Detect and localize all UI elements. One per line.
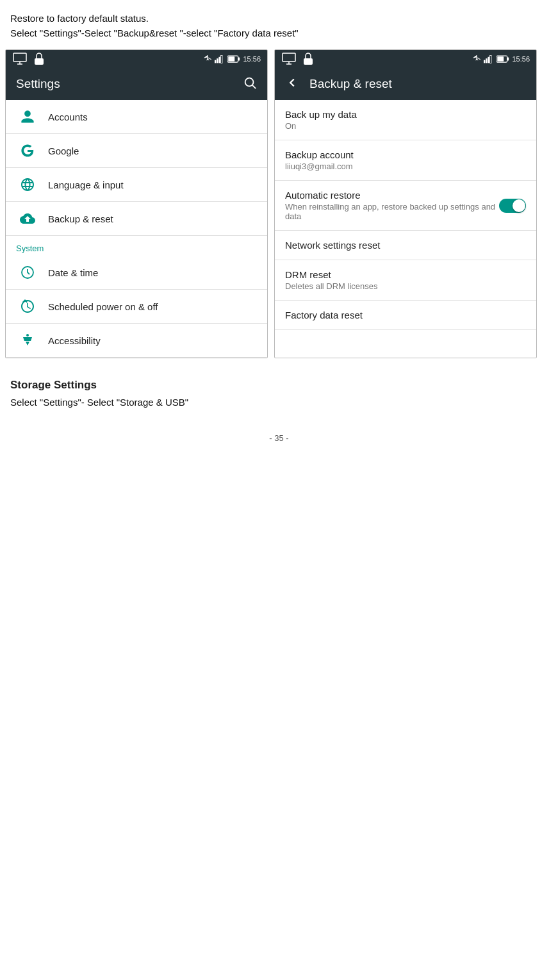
- autorestore-toggle[interactable]: [499, 199, 526, 213]
- svg-rect-17: [488, 57, 489, 63]
- back-arrow-icon: [285, 76, 299, 90]
- page-number: - 35 -: [269, 433, 288, 443]
- network-reset-title: Network settings reset: [285, 240, 526, 251]
- svg-rect-16: [486, 58, 488, 63]
- svg-rect-1: [35, 58, 44, 65]
- svg-rect-21: [498, 56, 504, 62]
- svg-point-9: [245, 78, 254, 86]
- page-footer: - 35 -: [0, 418, 558, 451]
- instruction-line1: Restore to factory default status.: [10, 12, 548, 26]
- storage-desc: Select "Settings"- Select "Storage & USB…: [10, 397, 548, 408]
- battery-icon: [227, 55, 240, 63]
- status-bar-right: 15:56: [275, 50, 536, 68]
- backup-mydata-sub: On: [285, 121, 526, 131]
- instruction-line2: Select "Settings"-Select "Backup&reset "…: [10, 26, 548, 41]
- backup-item-network[interactable]: Network settings reset: [275, 231, 536, 260]
- settings-item-accounts[interactable]: Accounts: [6, 100, 267, 134]
- accessibility-icon: [16, 333, 39, 348]
- airplane-icon-right: [472, 54, 481, 63]
- backup-screen: 15:56 Backup & reset Back up my data On …: [274, 49, 537, 358]
- svg-rect-13: [283, 53, 295, 62]
- airplane-icon: [203, 54, 212, 63]
- backup-list: Back up my data On Backup account liiuqi…: [275, 100, 536, 330]
- settings-app-bar: Settings: [6, 68, 267, 100]
- svg-rect-5: [221, 55, 222, 63]
- svg-rect-20: [507, 58, 509, 61]
- signal-icon-right: [484, 54, 494, 63]
- search-button[interactable]: [243, 76, 257, 93]
- settings-title: Settings: [16, 77, 243, 91]
- svg-rect-0: [13, 53, 26, 62]
- svg-rect-14: [304, 58, 313, 65]
- battery-icon-right: [496, 55, 509, 63]
- backup-account-sub: liiuqi3@gmail.com: [285, 162, 526, 171]
- svg-point-12: [26, 334, 29, 336]
- backup-account-title: Backup account: [285, 149, 526, 160]
- status-bar-left: 15:56: [6, 50, 267, 68]
- language-icon: [16, 177, 39, 192]
- datetime-label: Date & time: [48, 267, 98, 278]
- accessibility-label: Accessibility: [48, 335, 101, 346]
- svg-rect-3: [217, 58, 218, 63]
- svg-rect-7: [238, 58, 240, 61]
- svg-rect-2: [215, 60, 216, 63]
- settings-item-datetime[interactable]: Date & time: [6, 256, 267, 290]
- back-button[interactable]: [285, 76, 299, 93]
- accounts-label: Accounts: [48, 112, 88, 122]
- settings-screen: 15:56 Settings Accounts: [5, 49, 268, 358]
- backup-item-drm[interactable]: DRM reset Deletes all DRM licenses: [275, 260, 536, 301]
- scheduled-label: Scheduled power on & off: [48, 301, 158, 312]
- time-right: 15:56: [512, 55, 530, 63]
- drm-reset-sub: Deletes all DRM licenses: [285, 281, 526, 291]
- autorestore-sub: When reinstalling an app, restore backed…: [285, 202, 499, 221]
- accounts-icon: [16, 109, 39, 124]
- language-label: Language & input: [48, 179, 124, 190]
- scheduled-icon: [16, 299, 39, 314]
- lock-icon-right: [300, 51, 316, 67]
- google-icon: [16, 143, 39, 158]
- svg-rect-8: [229, 56, 235, 62]
- svg-rect-4: [219, 57, 220, 63]
- settings-item-language[interactable]: Language & input: [6, 168, 267, 202]
- svg-line-10: [252, 85, 256, 88]
- monitor-icon-right: [281, 51, 297, 67]
- screenshots-row: 15:56 Settings Accounts: [0, 49, 558, 358]
- backup-item-account[interactable]: Backup account liiuqi3@gmail.com: [275, 140, 536, 181]
- backup-item-factory[interactable]: Factory data reset: [275, 301, 536, 330]
- settings-item-google[interactable]: Google: [6, 134, 267, 168]
- storage-section: Storage Settings Select "Settings"- Sele…: [0, 358, 558, 418]
- storage-title: Storage Settings: [10, 379, 548, 392]
- datetime-icon: [16, 265, 39, 280]
- autorestore-title: Automatic restore: [285, 190, 499, 201]
- signal-icon: [215, 54, 225, 63]
- backup-title: Backup & reset: [309, 77, 526, 91]
- drm-reset-title: DRM reset: [285, 269, 526, 280]
- backup-app-bar: Backup & reset: [275, 68, 536, 100]
- svg-rect-18: [490, 55, 491, 63]
- factory-reset-title: Factory data reset: [285, 310, 526, 320]
- search-icon: [243, 76, 257, 90]
- google-label: Google: [48, 145, 79, 156]
- lock-icon: [31, 51, 47, 67]
- backup-label: Backup & reset: [48, 213, 113, 224]
- backup-item-autorestore[interactable]: Automatic restore When reinstalling an a…: [275, 181, 536, 231]
- settings-item-accessibility[interactable]: Accessibility: [6, 324, 267, 358]
- svg-rect-15: [484, 60, 485, 63]
- time-left: 15:56: [243, 55, 261, 63]
- system-section-header: System: [6, 236, 267, 256]
- instructions: Restore to factory default status. Selec…: [0, 0, 558, 47]
- backup-mydata-title: Back up my data: [285, 109, 526, 120]
- monitor-icon: [12, 51, 28, 67]
- settings-item-scheduled[interactable]: Scheduled power on & off: [6, 290, 267, 324]
- settings-list: Accounts Google Language & input: [6, 100, 267, 358]
- settings-item-backup[interactable]: Backup & reset: [6, 202, 267, 236]
- toggle-knob: [513, 199, 525, 212]
- backup-item-mydata[interactable]: Back up my data On: [275, 100, 536, 140]
- backup-icon: [16, 211, 39, 226]
